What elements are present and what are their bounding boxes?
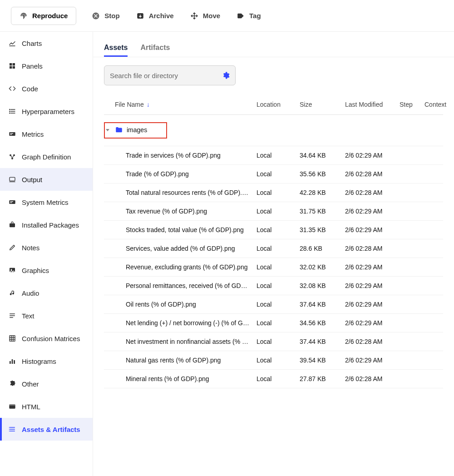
col-last-modified[interactable]: Last Modified (342, 96, 397, 115)
search-input[interactable] (110, 72, 217, 79)
file-location: Local (254, 258, 297, 277)
sidebar-item-html[interactable]: HTML (0, 395, 93, 418)
file-step (397, 239, 422, 258)
audio-icon (8, 289, 16, 297)
file-size: 34.64 KB (297, 146, 342, 165)
sidebar-item-label: Confusion Matrices (22, 335, 80, 342)
table-row[interactable]: Stocks traded, total value (% of GDP).pn… (104, 221, 443, 239)
fingerprint-icon (20, 12, 28, 20)
packages-icon (8, 221, 16, 229)
svg-rect-37 (9, 404, 15, 406)
svg-rect-21 (10, 201, 13, 202)
table-row[interactable]: Trade in services (% of GDP).pngLocal34.… (104, 146, 443, 165)
file-step (397, 351, 422, 370)
table-row[interactable]: Net lending (+) / net borrowing (-) (% o… (104, 314, 443, 332)
file-context (422, 370, 443, 388)
table-row[interactable]: Net investment in nonfinancial assets (%… (104, 332, 443, 351)
file-context (422, 258, 443, 277)
move-button[interactable]: Move (189, 9, 221, 23)
metrics-icon (8, 130, 16, 138)
col-step[interactable]: Step (397, 96, 422, 115)
stop-label: Stop (104, 12, 119, 20)
svg-point-11 (10, 113, 10, 113)
col-context[interactable]: Context (422, 96, 443, 115)
file-name: Total natural resources rents (% of GDP)… (104, 183, 254, 202)
sidebar-item-output[interactable]: Output (0, 168, 93, 191)
table-row[interactable]: Natural gas rents (% of GDP).pngLocal39.… (104, 351, 443, 370)
folder-row[interactable]: images (104, 115, 443, 146)
file-location: Local (254, 295, 297, 314)
search-row (93, 57, 454, 85)
svg-rect-5 (13, 66, 15, 69)
svg-point-24 (11, 269, 12, 270)
stop-icon (92, 12, 100, 20)
file-modified: 2/6 02:29 AM (342, 314, 397, 332)
sidebar-item-installed-packages[interactable]: Installed Packages (0, 213, 93, 236)
archive-button[interactable]: Archive (135, 9, 175, 23)
file-location: Local (254, 277, 297, 295)
sidebar-item-other[interactable]: Other (0, 372, 93, 395)
reproduce-label: Reproduce (32, 12, 68, 20)
gear-icon[interactable] (222, 71, 230, 79)
table-row[interactable]: Total natural resources rents (% of GDP)… (104, 183, 443, 202)
file-location: Local (254, 221, 297, 239)
sidebar-item-hyperparameters[interactable]: Hyperparameters (0, 100, 93, 123)
sidebar-item-assets-artifacts[interactable]: Assets & Artifacts (0, 418, 93, 441)
col-file-name[interactable]: File Name↓ (104, 96, 254, 115)
file-modified: 2/6 02:29 AM (342, 277, 397, 295)
table-row[interactable]: Mineral rents (% of GDP).pngLocal27.87 K… (104, 370, 443, 388)
stop-button[interactable]: Stop (91, 9, 120, 23)
file-modified: 2/6 02:29 AM (342, 202, 397, 221)
sidebar-item-label: Output (22, 176, 42, 183)
file-step (397, 277, 422, 295)
table-row[interactable]: Personal remittances, received (% of GDP… (104, 277, 443, 295)
sidebar-item-graph-definition[interactable]: Graph Definition (0, 145, 93, 168)
sidebar-item-audio[interactable]: Audio (0, 282, 93, 304)
file-context (422, 202, 443, 221)
file-context (422, 351, 443, 370)
search-box[interactable] (104, 65, 236, 85)
table-row[interactable]: Revenue, excluding grants (% of GDP).png… (104, 258, 443, 277)
sidebar-item-label: Histograms (22, 357, 56, 365)
svg-rect-34 (12, 359, 13, 364)
col-size[interactable]: Size (297, 96, 342, 115)
table-row[interactable]: Services, value added (% of GDP).pngLoca… (104, 239, 443, 258)
tab-assets[interactable]: Assets (104, 44, 128, 57)
sidebar-item-code[interactable]: Code (0, 77, 93, 100)
sidebar-item-label: Graphics (22, 267, 49, 274)
sidebar-item-label: Code (22, 85, 38, 93)
sidebar-item-confusion-matrices[interactable]: Confusion Matrices (0, 327, 93, 350)
sort-arrow-icon: ↓ (147, 101, 150, 108)
sidebar-item-graphics[interactable]: Graphics (0, 259, 93, 282)
sidebar-item-text[interactable]: Text (0, 304, 93, 327)
file-location: Local (254, 370, 297, 388)
file-location: Local (254, 351, 297, 370)
sidebar-item-label: System Metrics (22, 198, 69, 206)
svg-rect-35 (14, 360, 15, 364)
table-row[interactable]: Oil rents (% of GDP).pngLocal37.64 KB2/6… (104, 295, 443, 314)
sidebar-item-histograms[interactable]: Histograms (0, 350, 93, 372)
file-modified: 2/6 02:28 AM (342, 239, 397, 258)
assets-icon (8, 425, 16, 433)
file-modified: 2/6 02:28 AM (342, 332, 397, 351)
file-size: 28.6 KB (297, 239, 342, 258)
reproduce-button[interactable]: Reproduce (11, 7, 76, 25)
sidebar-item-panels[interactable]: Panels (0, 55, 93, 77)
file-context (422, 277, 443, 295)
tag-button[interactable]: Tag (236, 9, 262, 23)
tab-artifacts[interactable]: Artifacts (140, 44, 170, 57)
file-step (397, 221, 422, 239)
sidebar-item-label: HTML (22, 403, 40, 411)
file-context (422, 146, 443, 165)
col-location[interactable]: Location (254, 96, 297, 115)
table-row[interactable]: Trade (% of GDP).pngLocal35.56 KB2/6 02:… (104, 165, 443, 183)
table-row[interactable]: Tax revenue (% of GDP).pngLocal31.75 KB2… (104, 202, 443, 221)
sidebar-item-charts[interactable]: Charts (0, 32, 93, 55)
file-context (422, 221, 443, 239)
sidebar-item-metrics[interactable]: Metrics (0, 123, 93, 145)
sidebar-item-notes[interactable]: Notes (0, 236, 93, 259)
file-size: 34.56 KB (297, 314, 342, 332)
sidebar-item-system-metrics[interactable]: System Metrics (0, 191, 93, 213)
file-name: Trade in services (% of GDP).png (104, 146, 254, 165)
sidebar-item-label: Installed Packages (22, 221, 79, 229)
